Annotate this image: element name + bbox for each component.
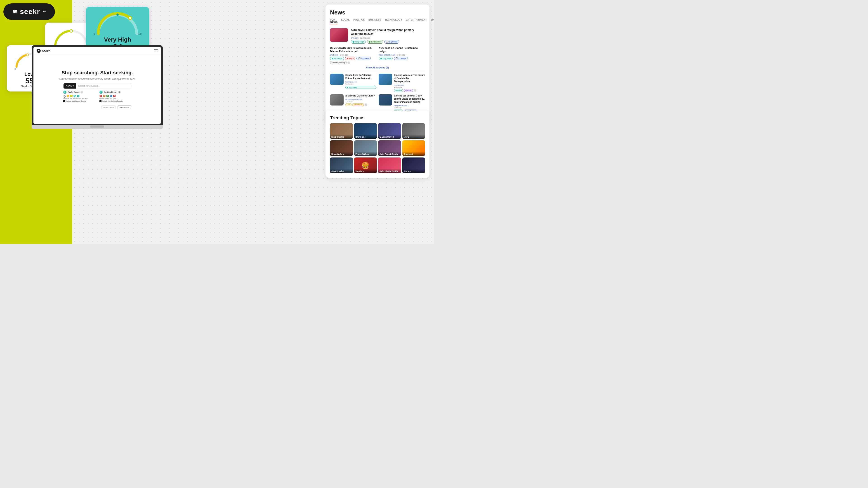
tag-beat-reporting[interactable]: Beat Reporting [330,61,346,64]
small-articles-row-1: Honda Eyes an 'Electric' Future for Nort… [330,74,425,92]
article-sub-headline-1[interactable]: DEMOCRATS urge fellow Dem Sen. Dianne Fe… [330,46,376,53]
article-tags-1: Very High Left Center 💬 5 Quotes [351,40,425,43]
trending-item-2[interactable]: Bronx Zoo [354,123,377,139]
score-dot-medium[interactable]: ✓ [70,95,73,97]
trending-overlay-2: Bronx Zoo [354,134,377,139]
trending-label-2: Bronx Zoo [355,136,376,138]
article-sub-tags-2: Very High 💬 3 Quotes [379,57,425,60]
small-tag-low-3[interactable]: Low [345,103,351,106]
small-tag-vh-1[interactable]: Very High [345,86,376,89]
trending-item-1[interactable]: King Charles [330,123,353,139]
trending-overlay-1: King Charles [330,134,353,139]
filter-section: S Seekr Score ℹ ✓ ✓ ✓ ✓ ✓ [63,91,131,102]
political-lean-filter-title: P Political Lean ℹ [99,91,131,94]
article-headline-1[interactable]: AOC says Feinstein should resign, won't … [351,28,425,36]
trending-title: Trending Topics [330,115,425,121]
article-sub-2: AOC calls on Dianne Feinstein to resign … [379,46,425,65]
search-input[interactable]: Search for anything... [76,84,131,89]
small-headline-3[interactable]: Is Electric Cars the Future? [345,94,375,97]
beat-reporting-info[interactable]: ℹ [347,61,350,64]
news-tabs[interactable]: TOP NEWS LOCAL POLITICS BUSINESS TECHNOL… [330,18,425,25]
article-img-1 [330,28,348,42]
trending-item-11[interactable]: Jada Pinkett Smith [378,158,401,173]
article-main-1: AOC says Feinstein should resign, won't … [330,28,425,43]
svg-text:✓: ✓ [70,30,72,32]
tab-business[interactable]: BUSINESS [368,18,381,23]
trending-item-9[interactable]: King Charles [330,158,353,173]
seekr-score-info-icon[interactable]: ℹ [81,91,83,94]
tag-quotes-sub2[interactable]: 💬 3 Quotes [394,57,408,60]
score-dot-high[interactable]: ✓ [73,95,76,97]
small-tag-opinion-2[interactable]: Opinion [404,89,413,92]
small-headline-4[interactable]: Electric car show at CSUN sparks views o… [394,94,425,104]
trending-item-7[interactable]: Jada Pinkett Smith [378,140,401,156]
tab-sports[interactable]: SPORTS [431,18,434,23]
advertorial-info[interactable]: ℹ [365,103,367,106]
logo-trademark: ™ [43,10,46,13]
tag-vh-sub2[interactable]: Very High [379,57,393,60]
small-headline-2[interactable]: Electric Vehicles: The Future of Sustain… [394,74,425,83]
tag-right-sub1[interactable]: Right [345,57,355,60]
small-headline-1[interactable]: Honda Eyes an 'Electric' Future for Nort… [345,74,376,80]
tag-very-high-1[interactable]: Very High [351,40,366,43]
trending-label-8: Snapchat [404,153,424,155]
trending-item-4[interactable]: NATO [402,123,425,139]
small-article-content-1: Honda Eyes an 'Electric' Future for Nort… [345,74,376,89]
article-meta-1: cnn.com 12 hrs ago [351,37,425,39]
trending-item-12[interactable]: Storms [402,158,425,173]
reset-filters-button[interactable]: Reset Filters [101,105,116,109]
small-meta-3: welearntopenow.com1 hr ago [345,98,375,102]
tag-dot-lc-1 [369,41,370,43]
tag-left-center-1[interactable]: Left Center [367,40,383,43]
tab-politics[interactable]: POLITICS [353,18,365,23]
quotes-icon-1: 💬 [386,41,389,43]
lean-dot-left[interactable]: ✓ [99,95,102,97]
small-tag-advertorial-3[interactable]: Advertorial [352,103,364,106]
tag-vh-sub1[interactable]: Very High [330,57,344,60]
non-political-checkbox-row[interactable]: Include Non-Political Results [99,100,131,102]
article-sub-headline-2[interactable]: AOC calls on Dianne Feinstein to resign [379,46,425,53]
tab-entertainment[interactable]: ENTERTAINMENT [406,18,427,23]
score-dot-very-high[interactable]: ✓ [77,95,80,97]
trending-overlay-4: NATO [402,134,425,139]
save-filters-button[interactable]: Save Filters [118,105,131,109]
trending-overlay-11: Jada Pinkett Smith [378,169,401,173]
trending-item-10[interactable]: 🍔 Wendy's [354,158,377,173]
trending-overlay-9: King Charles [330,169,353,173]
hamburger-menu-icon[interactable] [154,50,158,52]
trending-item-6[interactable]: Prince William [354,140,377,156]
opinion-info[interactable]: ℹ [414,89,416,92]
small-article-img-2 [379,74,392,85]
tab-technology[interactable]: TECHNOLOGY [385,18,402,23]
small-article-content-2: Electric Vehicles: The Future of Sustain… [394,74,425,92]
non-scored-checkbox-row[interactable]: Include Non-Scored Results [63,100,95,102]
trending-label-11: Jada Pinkett Smith [379,170,400,172]
trending-item-3[interactable]: E. Jean Carroll [378,123,401,139]
trending-label-6: Prince William [355,153,376,155]
tab-local[interactable]: LOCAL [341,18,350,23]
tab-top-news[interactable]: TOP NEWS [330,18,338,25]
small-meta-4: dailybreeze.com9 hrs ago [394,105,425,109]
view-all-articles[interactable]: View All Articles (6) [330,66,425,69]
trending-item-5[interactable]: Brian Walshe [330,140,353,156]
non-political-checkbox[interactable] [99,100,101,102]
score-dot-very-low[interactable]: ✓ [63,95,66,97]
tag-quotes-sub1[interactable]: 💬 4 Quotes [356,57,370,60]
search-bar[interactable]: News ▾ Search for anything... [63,83,131,89]
search-category-dropdown[interactable]: News ▾ [64,84,76,89]
small-article-img-3 [330,94,344,105]
seekr-score-icon: S [63,91,66,94]
gauge-vh-min: 0 [94,33,95,35]
trending-item-8[interactable]: Snapchat [402,140,425,156]
news-divider [330,71,425,71]
tag-quotes-1[interactable]: 💬 5 Quotes [384,40,399,43]
political-lean-info-icon[interactable]: ℹ [118,91,121,94]
lean-dot-center[interactable]: ✓ [106,95,109,97]
lean-dot-right[interactable]: ✓ [113,95,116,97]
lean-dot-lc[interactable]: ✓ [103,95,105,97]
score-dot-low[interactable]: ✓ [67,95,69,97]
trending-overlay-6: Prince William [354,152,377,156]
small-tag-medium-2[interactable]: Medium [394,89,403,92]
non-scored-checkbox[interactable] [63,100,65,102]
lean-dot-rc[interactable]: ✓ [110,95,112,97]
